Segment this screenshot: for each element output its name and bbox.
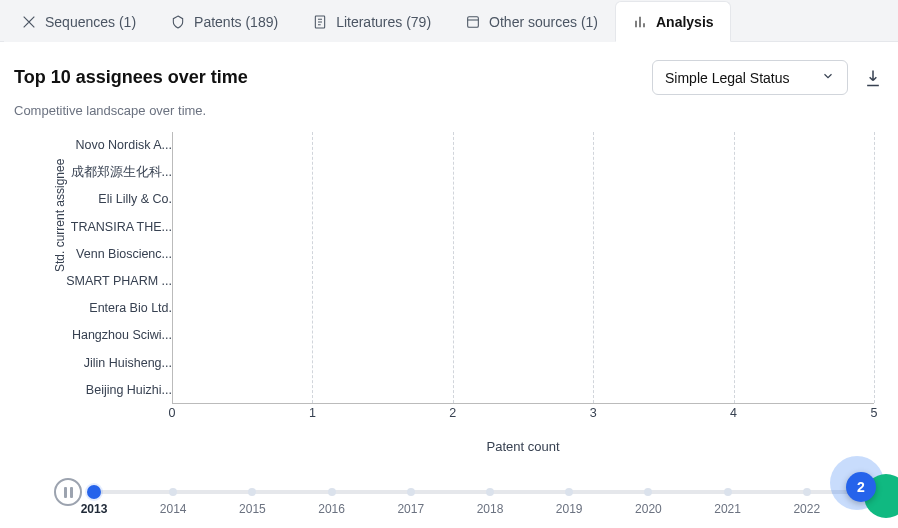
timeline-dot[interactable]: [803, 488, 811, 496]
tab-label: Analysis: [656, 14, 714, 30]
timeline-dot[interactable]: [724, 488, 732, 496]
tab-bar: Sequences (1) Patents (189) Literatures …: [0, 0, 898, 42]
page-title: Top 10 assignees over time: [14, 67, 248, 88]
literatures-icon: [312, 14, 328, 30]
chart-x-tick: 0: [169, 406, 176, 420]
chart-x-tick: 5: [871, 406, 878, 420]
section-header: Top 10 assignees over time Simple Legal …: [0, 42, 898, 99]
timeline-year-label: 2016: [318, 502, 345, 516]
tab-literatures[interactable]: Literatures (79): [295, 1, 448, 42]
tab-label: Other sources (1): [489, 14, 598, 30]
chart-y-tick: Jilin Huisheng...: [32, 350, 172, 377]
svg-rect-1: [468, 17, 479, 28]
timeline-handle[interactable]: [87, 485, 101, 499]
timeline-year-label: 2018: [477, 502, 504, 516]
chart-x-tick: 3: [590, 406, 597, 420]
timeline-year-label: 2019: [556, 502, 583, 516]
chat-bubble-count: 2: [857, 479, 865, 495]
tab-label: Literatures (79): [336, 14, 431, 30]
chart-y-tick: Eli Lilly & Co.: [32, 186, 172, 213]
chart-gridline: [312, 132, 313, 403]
timeline-dot[interactable]: [248, 488, 256, 496]
chart-y-tick: Beijing Huizhi...: [32, 377, 172, 404]
timeline: 2013201420152016201720182019202020212022…: [48, 472, 898, 522]
timeline-year-label: 2020: [635, 502, 662, 516]
chart-left-axis: [172, 132, 173, 403]
analysis-icon: [632, 14, 648, 30]
chart-y-tick: Novo Nordisk A...: [32, 132, 172, 159]
chart-x-tick: 1: [309, 406, 316, 420]
timeline-dot[interactable]: [407, 488, 415, 496]
chart-gridline: [734, 132, 735, 403]
page-subtitle: Competitive landscape over time.: [0, 99, 898, 118]
chart-x-label: Patent count: [172, 439, 874, 454]
timeline-dot[interactable]: [644, 488, 652, 496]
timeline-year-label: 2017: [397, 502, 424, 516]
chart-x-ticks: 012345: [172, 406, 874, 424]
download-button[interactable]: [862, 67, 884, 89]
chart-plot-area: [172, 132, 874, 404]
tab-label: Patents (189): [194, 14, 278, 30]
timeline-dot[interactable]: [169, 488, 177, 496]
pause-button[interactable]: [54, 478, 82, 506]
chart-x-tick: 2: [449, 406, 456, 420]
chart-y-tick: Entera Bio Ltd.: [32, 295, 172, 322]
tab-other-sources[interactable]: Other sources (1): [448, 1, 615, 42]
legal-status-select[interactable]: Simple Legal Status: [652, 60, 848, 95]
chart-y-tick: TRANSIRA THE...: [32, 214, 172, 241]
timeline-dot[interactable]: [328, 488, 336, 496]
chart-gridline: [453, 132, 454, 403]
chart-y-tick: Venn Bioscienc...: [32, 241, 172, 268]
select-value: Simple Legal Status: [665, 70, 790, 86]
chevron-down-icon: [821, 69, 835, 86]
tab-patents[interactable]: Patents (189): [153, 1, 295, 42]
chart-x-tick: 4: [730, 406, 737, 420]
patents-icon: [170, 14, 186, 30]
chart-y-tick: Hangzhou Sciwi...: [32, 322, 172, 349]
chart: Std. current assignee Novo Nordisk A...成…: [14, 132, 884, 462]
chart-y-tick: SMART PHARM ...: [32, 268, 172, 295]
timeline-year-label: 2013: [81, 502, 108, 516]
timeline-track[interactable]: [94, 490, 886, 494]
tab-sequences[interactable]: Sequences (1): [4, 1, 153, 42]
timeline-dot[interactable]: [565, 488, 573, 496]
timeline-dot[interactable]: [486, 488, 494, 496]
timeline-year-label: 2022: [793, 502, 820, 516]
chart-gridline: [593, 132, 594, 403]
timeline-year-label: 2014: [160, 502, 187, 516]
pause-icon: [64, 487, 73, 498]
chart-y-axis: Novo Nordisk A...成都郑源生化科...Eli Lilly & C…: [32, 132, 172, 404]
tab-analysis[interactable]: Analysis: [615, 1, 731, 42]
timeline-year-label: 2021: [714, 502, 741, 516]
chart-gridline: [874, 132, 875, 403]
chart-y-tick: 成都郑源生化科...: [32, 159, 172, 186]
tab-label: Sequences (1): [45, 14, 136, 30]
chat-bubble[interactable]: 2: [846, 472, 876, 502]
timeline-year-label: 2015: [239, 502, 266, 516]
timeline-labels: 2013201420152016201720182019202020212022…: [94, 502, 886, 518]
other-sources-icon: [465, 14, 481, 30]
sequences-icon: [21, 14, 37, 30]
